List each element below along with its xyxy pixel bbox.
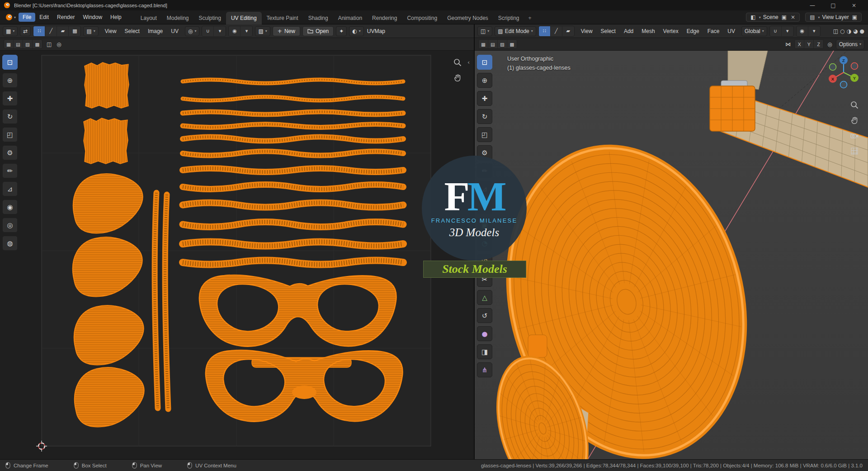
symmetry-butterfly-icon[interactable]: ⋈ [784, 41, 792, 48]
tool-move-button[interactable]: ✚ [2, 91, 18, 106]
vp-toggle-1[interactable]: ▦ [479, 40, 488, 48]
add-workspace-button[interactable]: + [524, 12, 536, 24]
viewport-canvas[interactable]: ⊡⊕✚↻◰⚙✏⊿⇧▣◔◫✂△↺●◨⋔ User Orthographic (1)… [475, 51, 868, 459]
axis-neg-y-ball[interactable] [830, 64, 836, 71]
tool-move-button[interactable]: ✚ [477, 91, 492, 106]
tool-transform-button[interactable]: ⚙ [2, 145, 18, 160]
close-button[interactable]: × [844, 2, 864, 9]
viewport-menu-uv[interactable]: UV [723, 27, 739, 36]
uv-overlay-toggle-2[interactable]: ▤ [14, 40, 23, 48]
tool-pinch-button[interactable]: ◍ [2, 236, 18, 251]
mirror-y-button[interactable]: Y [804, 40, 814, 48]
browse-image-button[interactable]: ▨ ▾ [255, 26, 270, 36]
vertex-select-button[interactable]: ∷ [539, 26, 551, 36]
unlink-scene-icon[interactable]: × [790, 14, 796, 20]
tool-spin-button[interactable]: ↺ [477, 308, 492, 323]
tool-select-box-button[interactable]: ⊡ [2, 55, 18, 70]
options-dropdown[interactable]: Options ▾ [836, 39, 864, 49]
face-select-button[interactable]: ▰ [562, 26, 574, 36]
viewport-menu-select[interactable]: Select [597, 27, 620, 36]
uv-overlay-toggle-1[interactable]: ▦ [4, 40, 14, 48]
uv-select-edge-button[interactable]: ╱ [45, 26, 57, 36]
tab-scripting[interactable]: Scripting [493, 12, 524, 24]
viewport-menu-view[interactable]: View [577, 27, 597, 36]
tool-cursor-button[interactable]: ⊕ [2, 73, 18, 88]
snap-magnet-button[interactable]: ∪ [202, 26, 214, 36]
vp-toggle-2[interactable]: ▤ [488, 40, 498, 48]
snap-icon[interactable]: ◎ [826, 41, 833, 48]
shading-wireframe-icon[interactable]: ○ [839, 28, 845, 34]
tool-rotate-button[interactable]: ↻ [2, 109, 18, 124]
tool-rotate-button[interactable]: ↻ [477, 109, 492, 124]
snap-magnet-button[interactable]: ∪ [770, 26, 782, 36]
tool-cursor-button[interactable]: ⊕ [477, 73, 492, 88]
pan-hand-icon[interactable] [850, 116, 859, 125]
edge-select-button[interactable]: ╱ [551, 26, 562, 36]
editor-type-button[interactable]: ▦ ▾ [3, 26, 18, 36]
uv-menu-select[interactable]: Select [121, 27, 144, 36]
snap-options-dropdown[interactable]: ▾ [214, 26, 226, 36]
tool-edge-slide-button[interactable]: ◨ [477, 344, 492, 359]
zoom-icon[interactable] [850, 100, 859, 109]
shading-material-icon[interactable]: ◕ [852, 28, 859, 34]
sticky-selection-dropdown[interactable]: ▤ ▾ [83, 26, 98, 36]
axis-navigation-gizmo[interactable]: Z Y X [826, 54, 862, 90]
camera-view-icon[interactable] [850, 131, 859, 140]
uv-map-name[interactable]: UVMap [366, 28, 385, 34]
viewport-menu-add[interactable]: Add [620, 27, 637, 36]
tab-animation[interactable]: Animation [333, 12, 367, 24]
tab-compositing[interactable]: Compositing [402, 12, 442, 24]
new-view-layer-icon[interactable]: ▣ [851, 14, 858, 20]
zoom-icon[interactable] [453, 58, 462, 67]
mode-dropdown[interactable]: ▧ Edit Mode ▾ [495, 26, 536, 36]
axis-neg-z-ball[interactable] [840, 81, 847, 88]
uv-select-vertex-button[interactable]: ∷ [33, 26, 45, 36]
uv-overlay-toggle-3[interactable]: ▨ [23, 40, 33, 48]
proportional-edit-button[interactable]: ◉ [229, 26, 241, 36]
tab-rendering[interactable]: Rendering [367, 12, 402, 24]
open-image-button[interactable]: Open [302, 26, 334, 36]
shading-solid-icon[interactable]: ◑ [846, 28, 852, 34]
tab-layout[interactable]: Layout [136, 12, 162, 24]
proportional-edit-button[interactable]: ◉ [797, 26, 808, 36]
tool-grab-button[interactable]: ◉ [2, 200, 18, 214]
menu-file[interactable]: File [19, 13, 35, 22]
pin-toggle[interactable]: ✦ [336, 26, 347, 36]
menu-window[interactable]: Window [79, 13, 106, 22]
axis-neg-x-ball[interactable] [851, 63, 858, 70]
mirror-z-button[interactable]: Z [814, 40, 823, 48]
snap-options-dropdown[interactable]: ▾ [782, 26, 793, 36]
uv-subheader-icon-1[interactable]: ◫ [46, 41, 52, 48]
tool-relax-button[interactable]: ◎ [2, 218, 18, 233]
scene-selector[interactable]: ◧ ▾ Scene ▣ × [746, 13, 800, 22]
pan-hand-icon[interactable] [453, 73, 462, 82]
menu-edit[interactable]: Edit [35, 13, 53, 22]
minimize-button[interactable]: — [802, 2, 823, 9]
tool-scale-button[interactable]: ◰ [477, 127, 492, 142]
blender-menu-button[interactable]: ▾ [3, 13, 19, 22]
view-layer-selector[interactable]: ▤ ▾ View Layer ▣ [805, 13, 862, 22]
tool-rip-region-button[interactable]: ⋔ [477, 362, 492, 377]
maximize-button[interactable]: □ [823, 2, 844, 9]
tool-select-box-button[interactable]: ⊡ [477, 55, 492, 70]
pivot-point-dropdown[interactable]: ◎ ▾ [185, 26, 200, 36]
uv-canvas[interactable]: ⊡⊕✚↻◰⚙✏⊿◉◎◍ [0, 51, 474, 459]
orthographic-grid-icon[interactable] [850, 147, 859, 156]
menu-render[interactable]: Render [53, 13, 79, 22]
menu-help[interactable]: Help [106, 13, 126, 22]
tab-sculpting[interactable]: Sculpting [194, 12, 226, 24]
tab-modeling[interactable]: Modeling [162, 12, 194, 24]
viewport-menu-vertex[interactable]: Vertex [659, 27, 683, 36]
xray-toggle-icon[interactable]: ◫ [832, 28, 839, 34]
tool-annotate-button[interactable]: ✏ [2, 163, 18, 178]
viewport-menu-edge[interactable]: Edge [683, 27, 703, 36]
sidebar-collapse-arrow[interactable]: ‹ [467, 59, 470, 66]
uv-select-face-button[interactable]: ▰ [57, 26, 69, 36]
tool-measure-button[interactable]: ⊿ [2, 181, 18, 196]
tab-uv-editing[interactable]: UV Editing [226, 12, 262, 24]
editor-type-button[interactable]: ◫ ▾ [477, 26, 492, 36]
uv-menu-image[interactable]: Image [144, 27, 167, 36]
vp-toggle-4[interactable]: ▩ [507, 40, 517, 48]
new-scene-icon[interactable]: ▣ [781, 14, 788, 20]
viewport-menu-mesh[interactable]: Mesh [637, 27, 659, 36]
